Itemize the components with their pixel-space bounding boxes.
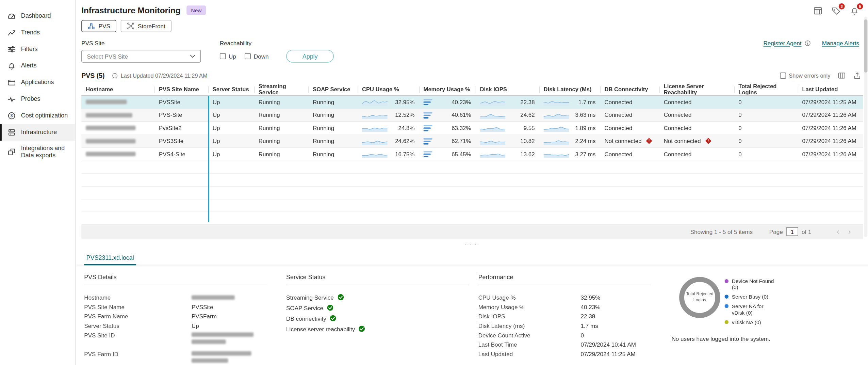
col-disk-iops[interactable]: Disk IOPS (476, 84, 539, 96)
memory-bars-icon (424, 151, 432, 157)
sidebar-item-label: Filters (21, 46, 38, 53)
panel-splitter-handle[interactable]: ······ (77, 238, 868, 248)
screen: Dashboard Trends Filters Alerts Applicat… (0, 0, 868, 365)
no-users-text: No users have logged into the system. (671, 335, 860, 342)
col-pvs-site-name[interactable]: PVS Site Name (154, 84, 208, 96)
empty-row (81, 174, 863, 186)
tab-hostname[interactable]: PVS2311.xd.local (84, 251, 136, 265)
sidebar-item-label: Applications (21, 79, 54, 86)
down-checkbox[interactable]: Down (245, 53, 269, 60)
legend-dot (725, 320, 728, 324)
col-db-connectivity[interactable]: DB Connectivity (600, 84, 659, 96)
col-cpu-usage[interactable]: CPU Usage % (358, 84, 419, 96)
memory-bars-icon (424, 125, 432, 131)
svg-text:!: ! (708, 139, 709, 143)
trends-icon (7, 28, 16, 37)
down-checkbox-box[interactable] (245, 53, 251, 59)
infrastructure-monitoring-app: Dashboard Trends Filters Alerts Applicat… (0, 0, 868, 365)
table-row[interactable]: PvsSite2 Up Running Running 24.8% 63.32%… (81, 122, 863, 135)
col-soap-service[interactable]: SOAP Service (308, 84, 358, 96)
sidebar-item-integrations[interactable]: Integrations and Data exports (0, 141, 75, 163)
show-errors-label: Show errors only (789, 73, 830, 79)
col-server-status[interactable]: Server Status (208, 84, 254, 96)
sidebar-item-probes[interactable]: Probes (0, 91, 75, 108)
show-errors-only-checkbox[interactable]: Show errors only (780, 73, 830, 79)
up-checkbox-box[interactable] (220, 53, 226, 59)
col-streaming-service[interactable]: Streaming Service (254, 84, 308, 96)
cell-soap: Running (308, 109, 358, 122)
page-title: Infrastructure Monitoring (81, 5, 180, 15)
col-license-reachability[interactable]: License Server Reachability (659, 84, 734, 96)
cell-status: Up (208, 148, 254, 160)
vertical-scrollbar[interactable] (864, 17, 868, 237)
col-memory-usage[interactable]: Memory Usage % (419, 84, 476, 96)
detail-content: PVS Details Hostname PVS Site NamePVSSit… (77, 265, 868, 365)
perf-updated-label: Last Updated (478, 350, 581, 357)
col-total-rejected-logins[interactable]: Total Rejected Logins (734, 84, 798, 96)
alarm-bell-icon[interactable]: 5 (850, 6, 859, 17)
hostname-value-redacted (192, 295, 235, 299)
cell-site: PvsSite2 (154, 122, 208, 134)
col-disk-latency[interactable]: Disk Latency (Ms) (539, 84, 600, 96)
check-circle-icon (338, 294, 344, 300)
legend-label: Server NA for vDisk (0) (732, 303, 774, 316)
table-row[interactable]: PVS-Site Up Running Running 12.52% 40.61… (81, 109, 863, 122)
sidebar-item-label: Alerts (21, 62, 37, 69)
legend-item: vDisk NA (0) (725, 319, 774, 326)
iops-sparkline (480, 137, 506, 145)
memory-bars-icon (424, 112, 432, 118)
sidebar-item-filters[interactable]: Filters (0, 41, 75, 58)
cell-db: Connected (600, 122, 659, 134)
cell-rejected: 0 (734, 109, 798, 122)
detail-panel: PVS2311.xd.local PVS Details Hostname PV… (77, 249, 868, 365)
prev-page-icon[interactable] (832, 228, 844, 236)
pvs-site-select[interactable]: Select PVS Site (81, 50, 201, 62)
storefront-toggle[interactable]: StoreFront (121, 20, 171, 32)
report-grid-icon[interactable] (813, 6, 823, 17)
cell-license: Connected (659, 109, 734, 122)
table-title: PVS (5) (81, 72, 104, 80)
export-icon[interactable] (853, 72, 861, 80)
cell-soap: Running (308, 148, 358, 160)
col-last-updated[interactable]: Last Updated (798, 84, 863, 96)
sidebar-item-trends[interactable]: Trends (0, 25, 75, 41)
tag-icon[interactable]: 3 (832, 6, 841, 17)
farm-id-value-redacted (192, 351, 251, 363)
manage-alerts-link[interactable]: Manage Alerts (822, 40, 859, 47)
page-input[interactable] (786, 227, 798, 236)
scrollbar-thumb[interactable] (864, 19, 868, 73)
cell-cpu: 12.52% (395, 112, 414, 118)
server-status-label: Server Status (84, 322, 192, 329)
component-toggle: PVS StoreFront (81, 20, 868, 32)
next-page-icon[interactable] (844, 228, 855, 236)
up-checkbox[interactable]: Up (220, 53, 236, 60)
sidebar-item-alerts[interactable]: Alerts (0, 58, 75, 74)
hostname-redacted (86, 139, 135, 143)
cell-updated: 07/29/2024 11:26 AM (798, 135, 863, 147)
cell-updated: 07/29/2024 11:26 AM (798, 122, 863, 134)
table-row[interactable]: PVS3Site Up Running Running 24.62% 62.71… (81, 135, 863, 148)
table-row[interactable]: PVSSite Up Running Running 32.95% 40.23%… (81, 96, 863, 109)
pvs-toggle[interactable]: PVS (81, 20, 116, 32)
pvs-details-section: PVS Details Hostname PVS Site NamePVSSit… (84, 273, 286, 365)
register-agent-link[interactable]: Register Agent (763, 40, 801, 47)
dashboard-icon (7, 12, 16, 20)
rejected-logins-donut: Total Rejected Logins (679, 277, 720, 318)
table-row[interactable]: PVS4-Site Up Running Running 16.75% 65.4… (81, 148, 863, 161)
sidebar-item-cost-optimization[interactable]: $ Cost optimization (0, 108, 75, 124)
col-hostname[interactable]: Hostname (81, 84, 154, 96)
infrastructure-icon (7, 128, 16, 137)
bell-icon (7, 62, 16, 70)
sidebar-item-infrastructure[interactable]: Infrastructure (0, 124, 75, 141)
sidebar-item-applications[interactable]: Applications (0, 74, 75, 91)
sidebar-item-dashboard[interactable]: Dashboard (0, 8, 75, 25)
perf-updated-value: 07/29/2024 11:25 AM (581, 350, 636, 357)
apply-button[interactable]: Apply (286, 50, 334, 62)
cell-db: Connected (600, 109, 659, 122)
column-settings-icon[interactable] (837, 72, 846, 80)
detail-tabs: PVS2311.xd.local (77, 249, 868, 265)
filter-bar: PVS Site Select PVS Site Reachability Up… (81, 40, 868, 63)
show-errors-checkbox-box[interactable] (780, 73, 786, 79)
cell-mem: 40.61% (452, 112, 471, 118)
memory-bars-icon (424, 99, 432, 105)
